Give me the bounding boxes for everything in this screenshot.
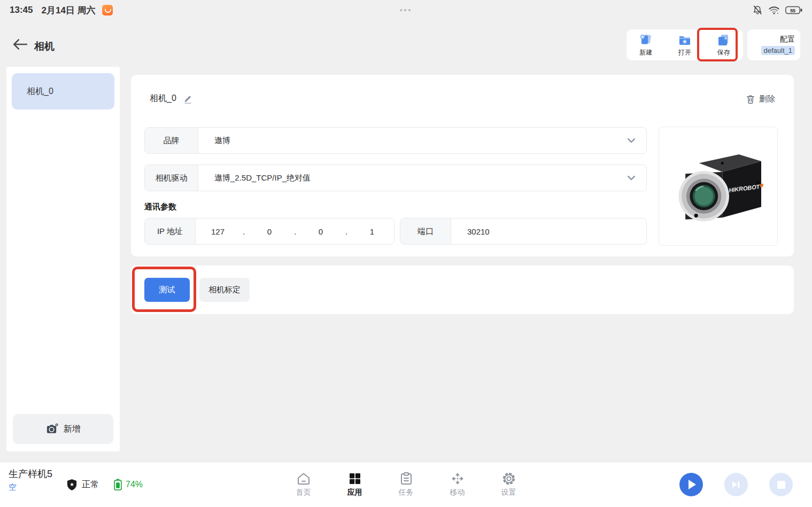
stop-button[interactable]	[769, 473, 793, 496]
safety-status-label: 正常	[82, 479, 99, 490]
shield-icon: ★	[66, 479, 78, 491]
device-battery: 74%	[113, 462, 143, 507]
ip-octet-3-input[interactable]: 0	[314, 227, 327, 236]
safety-status: ★ 正常	[66, 462, 99, 507]
nav-label: 任务	[399, 488, 414, 497]
gesture-dots-icon: •••	[400, 6, 413, 14]
nav-label: 设置	[501, 488, 516, 497]
skip-next-button[interactable]	[724, 473, 748, 496]
add-camera-button[interactable]: 新增	[13, 414, 113, 444]
nav-label: 应用	[347, 488, 362, 497]
ip-label: IP 地址	[145, 219, 196, 244]
page-title: 相机	[34, 40, 55, 53]
camera-add-icon	[46, 423, 58, 435]
device-battery-percent: 74%	[126, 480, 143, 489]
ip-octet-2-input[interactable]: 0	[263, 227, 276, 236]
port-input[interactable]: 30210	[467, 227, 490, 236]
new-config-button[interactable]: 新建	[639, 33, 653, 57]
device-name: 生产样机5	[9, 467, 52, 480]
save-file-icon	[717, 33, 731, 47]
nav-item-tasks[interactable]: 任务	[393, 472, 419, 497]
ip-dot: .	[345, 227, 347, 236]
ip-octet-4-input[interactable]: 1	[366, 227, 378, 236]
battery-green-icon	[113, 478, 122, 492]
wifi-icon	[768, 5, 780, 15]
svg-text:★: ★	[69, 481, 74, 487]
move-icon	[451, 472, 465, 486]
nav-item-settings[interactable]: 设置	[496, 472, 522, 497]
play-button[interactable]	[679, 473, 703, 496]
driver-value: 遨博_2.5D_TCP/IP_绝对值	[214, 173, 311, 183]
sidebar-item-camera-0[interactable]: 相机_0	[12, 73, 114, 110]
config-value-chip[interactable]: default_1	[761, 46, 795, 55]
chevron-down-icon	[627, 175, 636, 181]
nav-item-apps[interactable]: 应用	[342, 472, 368, 497]
new-config-label: 新建	[639, 48, 652, 57]
play-icon	[689, 480, 696, 489]
edit-name-icon[interactable]	[183, 93, 193, 104]
playback-controls	[679, 462, 793, 507]
driver-select[interactable]: 相机驱动 遨博_2.5D_TCP/IP_绝对值	[144, 165, 647, 191]
skip-next-icon	[731, 480, 741, 489]
calibration-button[interactable]: 相机标定	[199, 278, 250, 302]
camera-settings-panel: 相机_0 删除 品牌 遨博 相机驱动 遨博_2.5D_TCP/IP_绝对值 通讯…	[131, 75, 794, 256]
open-config-button[interactable]: 打开	[678, 33, 692, 57]
nav-item-home[interactable]: 首页	[291, 472, 316, 497]
new-file-icon	[639, 33, 653, 47]
port-label: 端口	[400, 219, 451, 244]
brand-label: 品牌	[145, 128, 198, 153]
ip-dot: .	[243, 227, 245, 236]
brand-value: 遨博	[214, 136, 230, 146]
nav-label: 首页	[296, 488, 311, 497]
battery-status-icon: 55	[785, 5, 802, 15]
bottom-nav: 首页 应用 任务 移动 设置	[291, 462, 522, 507]
toolbar: 新建 打开 保存	[627, 29, 743, 60]
bottom-bar: 生产样机5 空 ★ 正常 74% 首页 应用 任务	[0, 462, 812, 507]
device-sub-status: 空	[9, 482, 17, 493]
save-config-button[interactable]: 保存	[717, 33, 731, 57]
stop-icon	[777, 481, 785, 489]
ip-address-field: IP 地址 127 . 0 . 0 . 1	[144, 218, 395, 245]
tasks-icon	[399, 472, 413, 486]
brand-select[interactable]: 品牌 遨博	[144, 127, 647, 154]
back-arrow-icon[interactable]	[12, 37, 28, 53]
save-config-label: 保存	[717, 48, 730, 57]
open-config-label: 打开	[678, 48, 691, 57]
svg-text:55: 55	[790, 8, 795, 13]
delete-camera-button[interactable]: 删除	[746, 94, 775, 104]
status-bar: 13:45 2月14日 周六 ••• 55	[0, 0, 812, 20]
app-store-icon	[102, 5, 113, 15]
driver-label: 相机驱动	[145, 165, 198, 191]
clock-date: 2月14日 周六	[41, 4, 95, 17]
add-camera-label: 新增	[64, 424, 81, 435]
open-folder-icon	[678, 33, 692, 47]
bell-muted-icon	[752, 5, 763, 15]
trash-icon	[746, 94, 755, 104]
sidebar-item-label: 相机_0	[27, 86, 53, 97]
settings-gear-icon	[502, 472, 516, 486]
camera-list-sidebar: 相机_0 新增	[6, 67, 120, 451]
home-icon	[297, 472, 311, 486]
camera-name: 相机_0	[150, 93, 176, 104]
apps-icon	[348, 472, 362, 486]
camera-actions-panel: 测试 相机标定	[131, 266, 794, 314]
chevron-down-icon	[627, 138, 636, 143]
comm-params-heading: 通讯参数	[144, 202, 176, 212]
nav-item-move[interactable]: 移动	[445, 472, 470, 497]
test-button[interactable]: 测试	[144, 278, 190, 302]
clock-time: 13:45	[10, 5, 33, 15]
ip-dot: .	[294, 227, 296, 236]
nav-label: 移动	[450, 488, 465, 497]
port-field: 端口 30210	[400, 218, 647, 245]
delete-camera-label: 删除	[759, 94, 775, 104]
config-selector: 配置 default_1	[747, 29, 800, 60]
ip-octet-1-input[interactable]: 127	[211, 227, 225, 236]
camera-product-image: HIKROBOT	[659, 127, 778, 246]
config-label: 配置	[780, 35, 795, 44]
